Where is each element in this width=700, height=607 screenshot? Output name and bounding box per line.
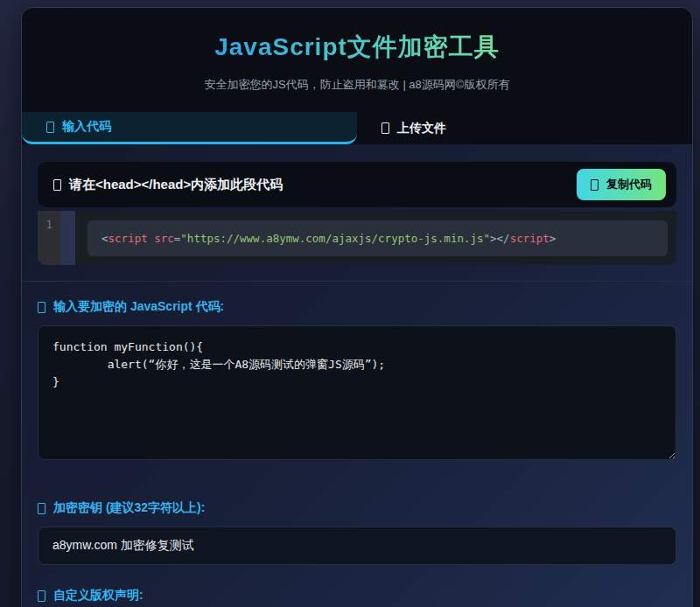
page-title: JavaScript文件加密工具 [214, 31, 500, 64]
js-code-label-text: 输入要加密的 JavaScript 代码: [53, 299, 224, 315]
line-number-gutter: 1 [38, 211, 60, 265]
encryption-key-input[interactable] [38, 527, 676, 565]
notice-text-wrap: 请在<head></head>内添加此段代码 [53, 177, 283, 193]
encryption-key-label: 加密密钥 (建议32字符以上): [38, 500, 676, 516]
copyright-label-icon [38, 590, 46, 602]
tab-panel-input-code: 请在<head></head>内添加此段代码 复制代码 1 <script sr… [22, 144, 692, 607]
code-snippet-block: 1 <script src="https://www.a8ymw.com/aja… [38, 211, 676, 265]
tab-bar: 输入代码 上传文件 [22, 112, 692, 144]
tab-input-label: 输入代码 [62, 119, 111, 135]
code-token: </ [497, 232, 510, 245]
code-region: <script src="https://www.a8ymw.com/ajaxj… [75, 211, 676, 265]
notice-text: 请在<head></head>内添加此段代码 [69, 177, 283, 193]
code-token: < [102, 232, 108, 245]
code-token: > [550, 232, 556, 245]
notice-icon [53, 179, 61, 191]
section-divider [22, 281, 692, 282]
page-header: JavaScript文件加密工具 安全加密您的JS代码，防止盗用和篡改 | a8… [22, 8, 692, 112]
code-label-icon [38, 302, 46, 313]
tab-upload-icon [382, 122, 389, 134]
tab-upload-file[interactable]: 上传文件 [357, 112, 692, 144]
copyright-label: 自定义版权声明: [38, 588, 676, 604]
code-token: script [510, 232, 550, 245]
script-tag-code-line: <script src="https://www.a8ymw.com/ajaxj… [88, 220, 668, 256]
page-subtitle: 安全加密您的JS代码，防止盗用和篡改 | a8源码网©版权所有 [39, 77, 675, 93]
line-number: 1 [46, 219, 52, 231]
encryption-key-label-text: 加密密钥 (建议32字符以上): [53, 500, 205, 516]
code-token: src [148, 232, 174, 245]
tab-upload-label: 上传文件 [397, 121, 446, 136]
copy-code-button[interactable]: 复制代码 [577, 169, 666, 200]
code-token: > [490, 232, 497, 245]
tab-input-icon [46, 122, 54, 133]
copy-button-label: 复制代码 [606, 177, 652, 192]
copyright-label-text: 自定义版权声明: [53, 588, 144, 604]
copy-icon [591, 179, 598, 191]
head-snippet-notice: 请在<head></head>内添加此段代码 复制代码 [38, 162, 676, 207]
js-code-textarea[interactable]: function myFunction(){ alert(“你好，这是一个A8源… [38, 325, 676, 460]
js-code-label: 输入要加密的 JavaScript 代码: [38, 299, 676, 315]
code-token: "https://www.a8ymw.com/ajaxjs/crypto-js.… [180, 232, 490, 245]
app-card: JavaScript文件加密工具 安全加密您的JS代码，防止盗用和篡改 | a8… [21, 7, 693, 607]
tab-input-code[interactable]: 输入代码 [22, 112, 357, 144]
code-token: script [108, 232, 148, 245]
key-label-icon [38, 503, 46, 514]
gutter-accent-bar [60, 211, 75, 265]
